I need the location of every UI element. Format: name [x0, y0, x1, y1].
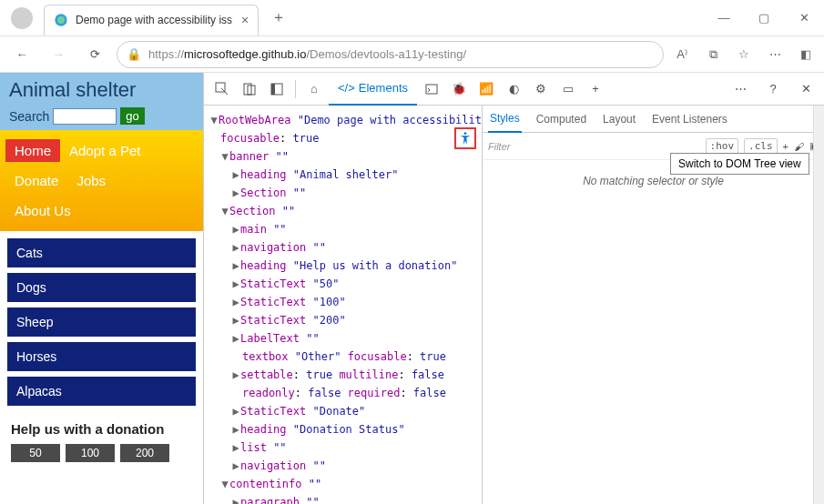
close-window-button[interactable]: ✕ — [784, 4, 824, 33]
hov-toggle[interactable]: :hov — [706, 138, 739, 154]
sidebar-item-dogs[interactable]: Dogs — [7, 273, 196, 302]
rendered-page: Animal shelter Search go Home Adopt a Pe… — [0, 73, 203, 504]
accessibility-icon — [458, 131, 473, 146]
go-button[interactable]: go — [120, 107, 144, 125]
sidebar-item-alpacas[interactable]: Alpacas — [7, 377, 196, 406]
new-tab-button[interactable]: ＋ — [268, 5, 290, 31]
inspect-icon[interactable] — [209, 76, 235, 102]
devtools-toolbar: ⌂ </>Elements 🐞 📶 ◐ ⚙ ▭ + ⋯ ? ✕ — [204, 73, 824, 106]
minimize-button[interactable]: ― — [704, 4, 744, 33]
lock-icon: 🔒 — [127, 47, 141, 61]
sidebar-item-sheep[interactable]: Sheep — [7, 307, 196, 337]
styles-brush-icon[interactable]: 🖌 — [794, 141, 804, 152]
maximize-button[interactable]: ▢ — [744, 4, 784, 33]
tooltip: Switch to DOM Tree view — [670, 153, 809, 175]
donate-heading: Help us with a donation — [11, 420, 192, 438]
application-icon[interactable]: ▭ — [555, 76, 581, 102]
read-aloud-icon[interactable]: A⁾ — [671, 47, 693, 61]
memory-icon[interactable]: ⚙ — [528, 76, 554, 102]
refresh-button[interactable]: ⟳ — [80, 40, 109, 69]
dock-icon[interactable] — [264, 76, 290, 102]
favorite-icon[interactable]: ☆ — [733, 47, 755, 61]
svg-point-1 — [57, 16, 65, 24]
svg-point-8 — [464, 132, 467, 135]
devtools-settings-icon[interactable]: ⋯ — [727, 76, 753, 102]
amount-200[interactable]: 200 — [120, 444, 169, 462]
sidebar-item-cats[interactable]: Cats — [7, 238, 196, 267]
window-controls: ― ▢ ✕ — [704, 4, 824, 33]
tab-title: Demo page with accessibility iss — [76, 14, 232, 26]
styles-filter[interactable]: Filter — [488, 141, 700, 152]
accessibility-tree[interactable]: ▼RootWebArea "Demo page with accessibili… — [204, 106, 482, 504]
address-bar: ← → ⟳ 🔒 https://microsoftedge.github.io/… — [0, 36, 824, 73]
close-devtools-icon[interactable]: ✕ — [793, 76, 819, 102]
browser-tab[interactable]: Demo page with accessibility iss × — [44, 5, 259, 35]
nav-home[interactable]: Home — [5, 139, 60, 162]
nav-about[interactable]: About Us — [5, 199, 198, 222]
welcome-icon[interactable]: ⌂ — [301, 76, 327, 102]
device-icon[interactable] — [237, 76, 262, 102]
reader-icon[interactable]: ⧉ — [702, 47, 724, 62]
url-text: https://microsoftedge.github.io/Demos/de… — [148, 47, 466, 61]
window-titlebar: Demo page with accessibility iss × ＋ ― ▢… — [0, 0, 824, 36]
edge-icon — [54, 13, 68, 27]
nav-adopt[interactable]: Adopt a Pet — [60, 139, 149, 162]
amount-100[interactable]: 100 — [66, 444, 115, 462]
help-icon[interactable]: ? — [760, 76, 786, 102]
donate-section: Help us with a donation 50 100 200 — [0, 413, 203, 469]
tab-event-listeners[interactable]: Event Listeners — [650, 106, 729, 133]
page-header: Animal shelter Search go — [0, 73, 203, 130]
back-button[interactable]: ← — [7, 40, 36, 69]
search-input[interactable] — [53, 108, 117, 125]
svg-rect-6 — [271, 84, 275, 95]
switch-to-dom-tree-button[interactable] — [454, 127, 476, 149]
tab-layout[interactable]: Layout — [601, 106, 637, 133]
tab-computed[interactable]: Computed — [534, 106, 588, 133]
animal-sidebar: Cats Dogs Sheep Horses Alpacas — [0, 231, 203, 413]
styles-tabs: Styles Computed Layout Event Listeners » — [483, 106, 824, 133]
nav-donate[interactable]: Donate — [5, 169, 67, 192]
cls-toggle[interactable]: .cls — [744, 138, 778, 154]
console-icon[interactable] — [419, 76, 444, 102]
sidebar-item-horses[interactable]: Horses — [7, 342, 196, 371]
forward-button: → — [44, 40, 73, 69]
devtools-panel: ⌂ </>Elements 🐞 📶 ◐ ⚙ ▭ + ⋯ ? ✕ ▼RootWeb… — [203, 73, 824, 504]
url-box[interactable]: 🔒 https://microsoftedge.github.io/Demos/… — [117, 41, 664, 68]
page-title: Animal shelter — [9, 78, 194, 102]
tab-elements[interactable]: </>Elements — [329, 73, 417, 106]
settings-menu-icon[interactable]: ⋯ — [764, 47, 786, 61]
performance-icon[interactable]: ◐ — [501, 76, 526, 102]
top-nav: Home Adopt a Pet Donate Jobs About Us — [0, 130, 203, 231]
scrollbar[interactable] — [813, 106, 824, 504]
extensions-icon[interactable]: ◧ — [795, 47, 817, 61]
sources-icon[interactable]: 🐞 — [446, 76, 472, 102]
tab-styles[interactable]: Styles — [488, 106, 522, 133]
network-icon[interactable]: 📶 — [473, 76, 499, 102]
amount-50[interactable]: 50 — [11, 444, 60, 462]
profile-avatar[interactable] — [11, 7, 33, 29]
svg-rect-7 — [426, 85, 437, 94]
search-label: Search — [9, 109, 49, 124]
more-tabs-icon[interactable]: + — [583, 76, 608, 102]
new-style-rule-icon[interactable]: + — [783, 141, 788, 152]
close-tab-icon[interactable]: × — [241, 13, 249, 27]
nav-jobs[interactable]: Jobs — [67, 169, 115, 192]
